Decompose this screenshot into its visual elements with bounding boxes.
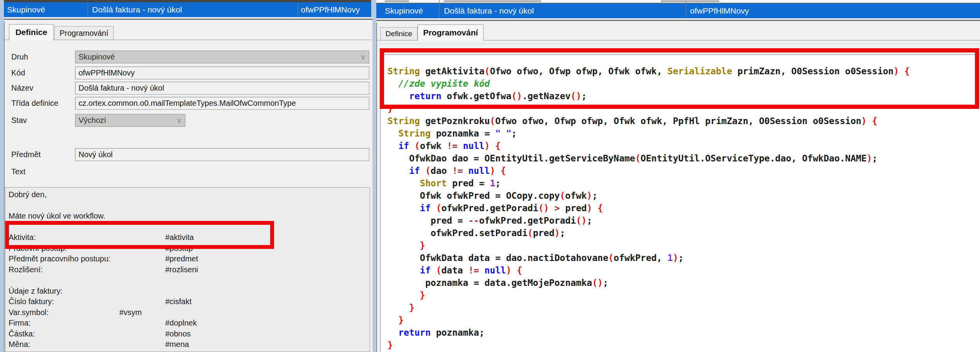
code-token: ( [528,228,533,238]
code-token: () [571,91,582,101]
tab-definice[interactable]: Definice [9,24,54,40]
code-line: String poznamka = " "; [388,127,910,140]
code-token: ( [436,203,442,213]
code-token [388,240,420,250]
code-token: dao [431,166,452,176]
mail-body-line: Máte nový úkol ve workflow. [9,211,368,222]
field-label: Stav [11,114,27,127]
code-token: != [468,265,479,275]
clipped-row-remnant [661,0,719,2]
record-cell[interactable]: Skupinové [7,2,45,17]
code-token: null [463,141,484,151]
code-line: } [388,102,910,115]
code-token: ; [592,191,597,201]
mail-body-line [9,275,368,286]
code-token: ( [608,253,614,263]
mail-body-line: Údaje z faktury: [9,286,368,297]
code-editor[interactable]: String getAktivita(Ofwo ofwo, Ofwp ofwp,… [380,54,980,352]
record-cell[interactable]: Došlá faktura - nový úkol [444,4,534,18]
screenshot-canvas: SkupinovéDošlá faktura - nový úkolofwPPf… [0,0,980,352]
mail-body-line: Dobrý den, [9,189,368,200]
code-token: //zde vypište kód [398,79,490,89]
code-token: if [409,166,420,176]
tab-definice[interactable]: Definice [380,27,418,40]
code-line: if (dao != null) { [388,165,910,177]
code-token: poznamka = data.getMojePoznamka [388,278,592,288]
record-cell[interactable]: Došlá faktura - nový úkol [92,2,182,17]
placeholder-variable: #aktivita [165,232,194,243]
chevron-down-icon: ∨ [360,51,366,63]
code-token [479,265,484,275]
code-token: " " [495,128,512,138]
mail-body-line [9,222,368,233]
code-token: if [398,141,409,151]
code-token: != [447,141,458,151]
selected-record-row[interactable]: SkupinovéDošlá faktura - nový úkolofwPPf… [376,4,980,18]
code-token: ) { [894,66,910,76]
code-token: Ofwk ofwkPred = OCopy.copy [388,191,560,201]
code-token [431,203,436,213]
tab-programovani[interactable]: Programování [54,26,114,40]
field-label: Druh [11,51,28,63]
right-window: SkupinovéDošlá faktura - nový úkolofwPPf… [376,0,980,352]
code-line: Short pred = 1; [388,177,910,189]
code-token: ; [678,253,684,263]
clipped-row-remnant [444,0,541,2]
chevron-down-icon: ∨ [176,114,182,127]
code-token: poznamka; [431,327,484,338]
input-k-d[interactable]: ofwPPfHlMNovy [75,67,369,79]
mail-body-text[interactable]: Dobrý den,Máte nový úkol ve workflow.Akt… [5,187,370,352]
column-separator [685,0,686,3]
clipped-record-row[interactable] [376,0,980,4]
combo-druh[interactable]: Skupinové∨ [75,51,369,63]
divider-highlight [4,20,372,20]
code-token [388,79,398,89]
code-token: } [388,103,393,114]
code-token: -- [468,215,479,226]
code-token [388,141,398,151]
code-line: } [388,289,910,301]
code-token: } [398,315,404,325]
code-token: String [388,116,420,126]
field-value: cz.ortex.common.o0.mailTemplateTypes.Mai… [75,99,296,107]
code-line: return poznamka; [388,326,910,339]
code-line: } [388,239,910,252]
code-token: ( [635,153,641,163]
tab-programovani[interactable]: Programování [418,25,484,40]
code-token: ; [512,128,517,138]
field-value: ofwPPfHlMNovy [75,68,135,77]
code-token: ; [495,178,501,188]
code-token: ; [587,215,592,226]
code-token: String [398,128,431,138]
combo-stav[interactable]: Výchozí∨ [75,114,185,127]
placeholder-variable: #rozliseni [165,264,198,275]
code-token: ) [866,153,872,163]
code-token [388,327,398,338]
code-token: Serializable [667,66,732,76]
input-n-zev[interactable]: Došlá faktura - nový úkol [75,82,369,95]
mail-body-line: Číslo faktury:#cisfakt [9,296,368,307]
code-token: ) { [587,203,603,213]
code-token: ; [872,153,877,163]
code-token: 1 [490,178,495,188]
mail-body-line: Var.symbol:#vsym [9,307,368,318]
code-line: Ofwk ofwkPred = OCopy.copy(ofwk); [388,189,910,202]
code-token [388,265,420,275]
code-token: () [512,91,522,101]
code-token: pred = [447,178,490,188]
column-separator [439,0,440,3]
code-token: ( [436,265,442,275]
placeholder-variable: #vsym [119,307,142,318]
code-token: ( [560,191,565,201]
field-value: Nový úkol [75,150,113,159]
record-cell[interactable]: ofwPPfHlMNovy [301,2,360,17]
input-t-da-definice[interactable]: cz.ortex.common.o0.mailTemplateTypes.Mai… [75,97,369,110]
code-token: pred = [388,215,468,226]
mail-body-line: Předmět pracovního postupu:#predmet [9,254,368,264]
record-cell[interactable]: Skupinové [385,4,423,18]
code-line: pred = --ofwkPred.getPoradi(); [388,214,910,227]
selected-record-row[interactable]: SkupinovéDošlá faktura - nový úkolofwPPf… [4,2,371,17]
input-p-edm-t[interactable]: Nový úkol [75,148,369,161]
code-token [388,290,420,300]
record-cell[interactable]: ofwPPfHlMNovy [690,4,749,18]
